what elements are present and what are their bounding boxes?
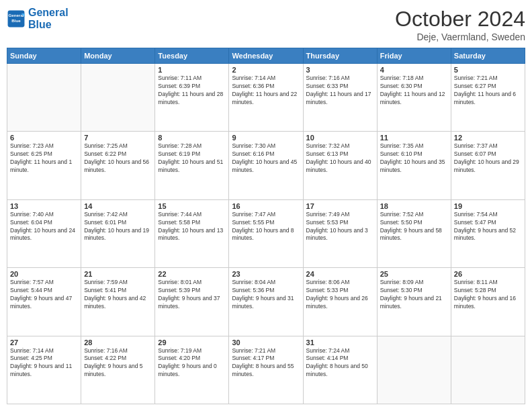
day-info: Sunrise: 7:21 AM Sunset: 6:27 PM Dayligh…: [454, 75, 522, 107]
day-number: 11: [380, 134, 448, 142]
calendar-day-header: Thursday: [303, 48, 377, 64]
calendar-day-cell: 8Sunrise: 7:28 AM Sunset: 6:19 PM Daylig…: [155, 132, 229, 199]
day-number: 19: [454, 202, 522, 210]
day-number: 10: [306, 134, 374, 142]
day-number: 13: [10, 202, 78, 210]
day-number: 25: [380, 270, 448, 278]
day-number: 4: [380, 66, 448, 74]
day-number: 22: [158, 270, 226, 278]
day-info: Sunrise: 7:16 AM Sunset: 6:33 PM Dayligh…: [306, 75, 374, 107]
calendar-day-cell: 28Sunrise: 7:16 AM Sunset: 4:22 PM Dayli…: [81, 336, 155, 404]
calendar-empty-cell: [451, 336, 525, 404]
calendar-day-cell: 1Sunrise: 7:11 AM Sunset: 6:39 PM Daylig…: [155, 64, 229, 132]
calendar-day-cell: 18Sunrise: 7:52 AM Sunset: 5:50 PM Dayli…: [377, 199, 451, 267]
calendar-day-cell: 21Sunrise: 7:59 AM Sunset: 5:41 PM Dayli…: [81, 268, 155, 336]
day-info: Sunrise: 7:59 AM Sunset: 5:41 PM Dayligh…: [84, 279, 152, 311]
svg-text:General: General: [8, 12, 24, 17]
day-number: 8: [158, 134, 226, 142]
day-info: Sunrise: 7:11 AM Sunset: 6:39 PM Dayligh…: [158, 75, 226, 107]
day-number: 9: [232, 134, 300, 142]
header: General Blue General Blue October 2024 D…: [7, 7, 525, 42]
day-info: Sunrise: 7:28 AM Sunset: 6:19 PM Dayligh…: [158, 142, 226, 175]
calendar-day-cell: 31Sunrise: 7:24 AM Sunset: 4:14 PM Dayli…: [303, 336, 377, 404]
day-number: 20: [10, 270, 78, 278]
day-info: Sunrise: 7:37 AM Sunset: 6:07 PM Dayligh…: [454, 142, 522, 175]
day-number: 17: [306, 202, 374, 210]
logo-icon: General Blue: [7, 9, 26, 28]
calendar-day-cell: 12Sunrise: 7:37 AM Sunset: 6:07 PM Dayli…: [451, 132, 525, 199]
calendar-day-cell: 9Sunrise: 7:30 AM Sunset: 6:16 PM Daylig…: [229, 132, 303, 199]
day-number: 29: [158, 338, 226, 347]
calendar-day-cell: 30Sunrise: 7:21 AM Sunset: 4:17 PM Dayli…: [229, 336, 303, 404]
day-info: Sunrise: 7:44 AM Sunset: 5:58 PM Dayligh…: [158, 211, 226, 243]
day-number: 23: [232, 270, 300, 278]
calendar-empty-cell: [7, 64, 81, 132]
day-number: 26: [454, 270, 522, 278]
page: General Blue General Blue October 2024 D…: [0, 0, 532, 411]
day-info: Sunrise: 8:11 AM Sunset: 5:28 PM Dayligh…: [454, 279, 522, 311]
calendar-day-cell: 4Sunrise: 7:18 AM Sunset: 6:30 PM Daylig…: [377, 64, 451, 132]
day-info: Sunrise: 7:23 AM Sunset: 6:25 PM Dayligh…: [10, 142, 78, 175]
day-info: Sunrise: 7:16 AM Sunset: 4:22 PM Dayligh…: [84, 347, 152, 379]
day-info: Sunrise: 7:49 AM Sunset: 5:53 PM Dayligh…: [306, 211, 374, 243]
calendar-day-cell: 25Sunrise: 8:09 AM Sunset: 5:30 PM Dayli…: [377, 268, 451, 336]
calendar-day-cell: 27Sunrise: 7:14 AM Sunset: 4:25 PM Dayli…: [7, 336, 81, 404]
day-info: Sunrise: 7:25 AM Sunset: 6:22 PM Dayligh…: [84, 142, 152, 175]
calendar-day-header: Friday: [377, 48, 451, 64]
calendar-week-row: 1Sunrise: 7:11 AM Sunset: 6:39 PM Daylig…: [7, 64, 525, 132]
day-info: Sunrise: 7:30 AM Sunset: 6:16 PM Dayligh…: [232, 142, 300, 175]
logo-text: General Blue: [28, 7, 69, 30]
day-number: 12: [454, 134, 522, 142]
day-info: Sunrise: 7:52 AM Sunset: 5:50 PM Dayligh…: [380, 211, 448, 243]
calendar-day-cell: 24Sunrise: 8:06 AM Sunset: 5:33 PM Dayli…: [303, 268, 377, 336]
calendar-day-header: Tuesday: [155, 48, 229, 64]
day-info: Sunrise: 7:19 AM Sunset: 4:20 PM Dayligh…: [158, 347, 226, 379]
day-info: Sunrise: 7:24 AM Sunset: 4:14 PM Dayligh…: [306, 347, 374, 379]
calendar-day-header: Saturday: [451, 48, 525, 64]
calendar-day-cell: 14Sunrise: 7:42 AM Sunset: 6:01 PM Dayli…: [81, 199, 155, 267]
calendar-day-cell: 2Sunrise: 7:14 AM Sunset: 6:36 PM Daylig…: [229, 64, 303, 132]
day-info: Sunrise: 8:06 AM Sunset: 5:33 PM Dayligh…: [306, 279, 374, 311]
day-info: Sunrise: 7:14 AM Sunset: 4:25 PM Dayligh…: [10, 347, 78, 379]
calendar-day-cell: 19Sunrise: 7:54 AM Sunset: 5:47 PM Dayli…: [451, 199, 525, 267]
calendar-day-header: Monday: [81, 48, 155, 64]
day-number: 15: [158, 202, 226, 210]
calendar-day-cell: 29Sunrise: 7:19 AM Sunset: 4:20 PM Dayli…: [155, 336, 229, 404]
day-number: 27: [10, 338, 78, 347]
day-number: 16: [232, 202, 300, 210]
day-number: 28: [84, 338, 152, 347]
calendar-empty-cell: [81, 64, 155, 132]
calendar-week-row: 6Sunrise: 7:23 AM Sunset: 6:25 PM Daylig…: [7, 132, 525, 199]
day-info: Sunrise: 7:14 AM Sunset: 6:36 PM Dayligh…: [232, 75, 300, 107]
day-info: Sunrise: 7:18 AM Sunset: 6:30 PM Dayligh…: [380, 75, 448, 107]
day-number: 7: [84, 134, 152, 142]
calendar-day-cell: 11Sunrise: 7:35 AM Sunset: 6:10 PM Dayli…: [377, 132, 451, 199]
day-info: Sunrise: 8:01 AM Sunset: 5:39 PM Dayligh…: [158, 279, 226, 311]
day-info: Sunrise: 7:35 AM Sunset: 6:10 PM Dayligh…: [380, 142, 448, 175]
calendar-day-cell: 16Sunrise: 7:47 AM Sunset: 5:55 PM Dayli…: [229, 199, 303, 267]
day-number: 3: [306, 66, 374, 74]
month-title: October 2024: [395, 7, 525, 32]
calendar-week-row: 27Sunrise: 7:14 AM Sunset: 4:25 PM Dayli…: [7, 336, 525, 404]
calendar-day-cell: 20Sunrise: 7:57 AM Sunset: 5:44 PM Dayli…: [7, 268, 81, 336]
day-info: Sunrise: 7:32 AM Sunset: 6:13 PM Dayligh…: [306, 142, 374, 175]
day-info: Sunrise: 7:21 AM Sunset: 4:17 PM Dayligh…: [232, 347, 300, 379]
day-number: 1: [158, 66, 226, 74]
calendar-day-cell: 26Sunrise: 8:11 AM Sunset: 5:28 PM Dayli…: [451, 268, 525, 336]
calendar-day-cell: 13Sunrise: 7:40 AM Sunset: 6:04 PM Dayli…: [7, 199, 81, 267]
calendar-day-cell: 23Sunrise: 8:04 AM Sunset: 5:36 PM Dayli…: [229, 268, 303, 336]
day-number: 2: [232, 66, 300, 74]
title-area: October 2024 Deje, Vaermland, Sweden: [395, 7, 525, 42]
day-number: 30: [232, 338, 300, 347]
location: Deje, Vaermland, Sweden: [395, 32, 525, 42]
calendar-table: SundayMondayTuesdayWednesdayThursdayFrid…: [7, 48, 525, 404]
day-number: 24: [306, 270, 374, 278]
day-info: Sunrise: 8:09 AM Sunset: 5:30 PM Dayligh…: [380, 279, 448, 311]
calendar-day-cell: 6Sunrise: 7:23 AM Sunset: 6:25 PM Daylig…: [7, 132, 81, 199]
calendar-day-cell: 3Sunrise: 7:16 AM Sunset: 6:33 PM Daylig…: [303, 64, 377, 132]
day-info: Sunrise: 8:04 AM Sunset: 5:36 PM Dayligh…: [232, 279, 300, 311]
calendar-day-header: Wednesday: [229, 48, 303, 64]
day-number: 21: [84, 270, 152, 278]
day-info: Sunrise: 7:40 AM Sunset: 6:04 PM Dayligh…: [10, 211, 78, 243]
logo: General Blue General Blue: [7, 7, 69, 30]
